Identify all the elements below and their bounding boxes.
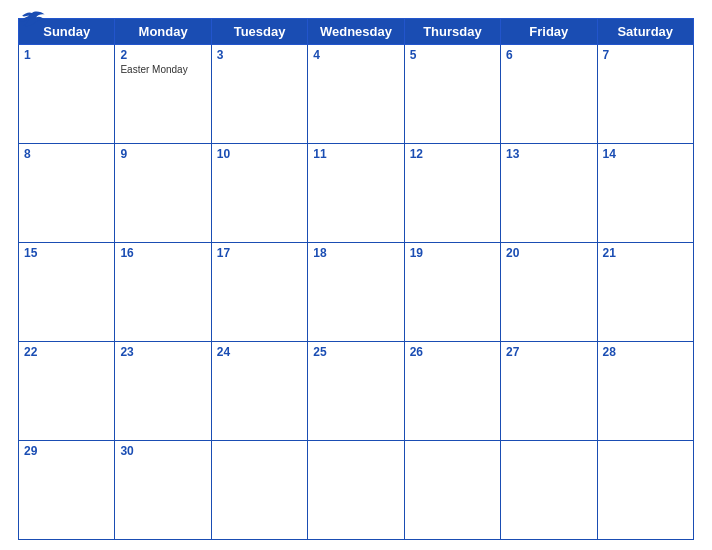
calendar-cell: 15 [19, 243, 115, 342]
day-number: 13 [506, 147, 591, 161]
day-number: 3 [217, 48, 302, 62]
calendar-cell: 27 [501, 342, 597, 441]
week-row-4: 22232425262728 [19, 342, 694, 441]
day-number: 25 [313, 345, 398, 359]
day-number: 6 [506, 48, 591, 62]
day-number: 14 [603, 147, 688, 161]
week-row-3: 15161718192021 [19, 243, 694, 342]
day-number: 9 [120, 147, 205, 161]
header-thursday: Thursday [404, 19, 500, 45]
calendar-cell: 28 [597, 342, 693, 441]
calendar-cell: 18 [308, 243, 404, 342]
calendar-cell: 2Easter Monday [115, 45, 211, 144]
holiday-label: Easter Monday [120, 64, 205, 75]
calendar-cell [404, 441, 500, 540]
calendar-cell: 29 [19, 441, 115, 540]
calendar-cell: 4 [308, 45, 404, 144]
calendar-cell: 17 [211, 243, 307, 342]
day-number: 20 [506, 246, 591, 260]
day-number: 7 [603, 48, 688, 62]
calendar-cell: 11 [308, 144, 404, 243]
day-number: 24 [217, 345, 302, 359]
logo-bird-icon [18, 10, 46, 30]
header-tuesday: Tuesday [211, 19, 307, 45]
day-number: 1 [24, 48, 109, 62]
day-number: 30 [120, 444, 205, 458]
calendar-cell: 30 [115, 441, 211, 540]
calendar-cell: 8 [19, 144, 115, 243]
calendar-cell: 26 [404, 342, 500, 441]
day-number: 23 [120, 345, 205, 359]
day-number: 10 [217, 147, 302, 161]
day-number: 15 [24, 246, 109, 260]
calendar-cell: 10 [211, 144, 307, 243]
calendar-cell: 7 [597, 45, 693, 144]
calendar-cell: 16 [115, 243, 211, 342]
day-number: 28 [603, 345, 688, 359]
header-friday: Friday [501, 19, 597, 45]
day-number: 19 [410, 246, 495, 260]
day-number: 4 [313, 48, 398, 62]
day-number: 26 [410, 345, 495, 359]
day-number: 8 [24, 147, 109, 161]
calendar-cell: 6 [501, 45, 597, 144]
calendar-cell: 3 [211, 45, 307, 144]
calendar-cell [597, 441, 693, 540]
logo [18, 10, 46, 30]
day-number: 27 [506, 345, 591, 359]
calendar-cell: 14 [597, 144, 693, 243]
calendar-cell: 25 [308, 342, 404, 441]
day-number: 22 [24, 345, 109, 359]
calendar-cell: 24 [211, 342, 307, 441]
day-number: 5 [410, 48, 495, 62]
calendar-cell [211, 441, 307, 540]
day-number: 2 [120, 48, 205, 62]
day-number: 11 [313, 147, 398, 161]
calendar-cell: 9 [115, 144, 211, 243]
calendar-cell: 12 [404, 144, 500, 243]
calendar-container: Sunday Monday Tuesday Wednesday Thursday… [0, 0, 712, 550]
week-row-5: 2930 [19, 441, 694, 540]
day-number: 12 [410, 147, 495, 161]
calendar-cell: 20 [501, 243, 597, 342]
week-row-2: 891011121314 [19, 144, 694, 243]
day-number: 29 [24, 444, 109, 458]
day-number: 17 [217, 246, 302, 260]
calendar-cell: 23 [115, 342, 211, 441]
weekday-header-row: Sunday Monday Tuesday Wednesday Thursday… [19, 19, 694, 45]
calendar-cell [501, 441, 597, 540]
calendar-cell: 13 [501, 144, 597, 243]
calendar-cell [308, 441, 404, 540]
calendar-cell: 21 [597, 243, 693, 342]
calendar-cell: 1 [19, 45, 115, 144]
day-number: 16 [120, 246, 205, 260]
header-saturday: Saturday [597, 19, 693, 45]
header-monday: Monday [115, 19, 211, 45]
week-row-1: 12Easter Monday34567 [19, 45, 694, 144]
calendar-cell: 19 [404, 243, 500, 342]
calendar-cell: 22 [19, 342, 115, 441]
calendar-body: 12Easter Monday3456789101112131415161718… [19, 45, 694, 540]
calendar-cell: 5 [404, 45, 500, 144]
day-number: 18 [313, 246, 398, 260]
calendar-table: Sunday Monday Tuesday Wednesday Thursday… [18, 18, 694, 540]
header-wednesday: Wednesday [308, 19, 404, 45]
day-number: 21 [603, 246, 688, 260]
